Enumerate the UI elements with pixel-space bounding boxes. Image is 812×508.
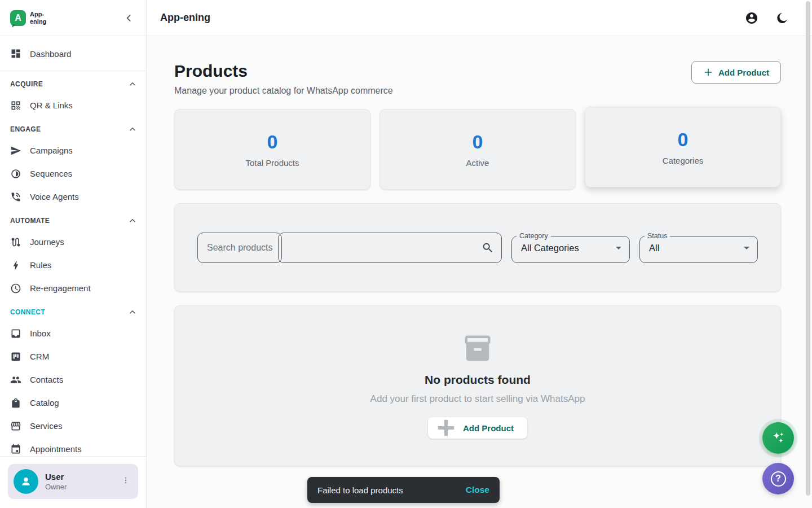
sidebar-section-engage[interactable]: ENGAGE bbox=[0, 120, 146, 139]
filter-bar: Category All Categories Status All bbox=[174, 203, 781, 292]
question-mark-icon bbox=[771, 471, 786, 487]
send-icon bbox=[10, 145, 21, 156]
status-select[interactable]: Status All bbox=[639, 233, 758, 263]
sidebar-item-crm[interactable]: CRM bbox=[0, 345, 146, 368]
stat-label: Categories bbox=[663, 156, 704, 165]
sidebar-item-dashboard[interactable]: Dashboard bbox=[0, 42, 146, 65]
top-header: App-ening bbox=[147, 0, 812, 36]
chevron-up-icon bbox=[128, 80, 137, 89]
page-title: Products bbox=[174, 61, 393, 81]
sidebar-item-journeys[interactable]: Journeys bbox=[0, 230, 146, 253]
dark-mode-icon[interactable] bbox=[775, 11, 789, 25]
sidebar-item-catalog[interactable]: Catalog bbox=[0, 391, 146, 414]
add-product-button[interactable]: Add Product bbox=[691, 61, 781, 84]
sidebar-item-label: Services bbox=[30, 421, 63, 431]
brand-logo: A App- ening bbox=[10, 10, 46, 26]
chevron-left-icon bbox=[123, 12, 135, 24]
storefront-icon bbox=[10, 421, 21, 432]
route-icon bbox=[10, 237, 21, 248]
sidebar-item-rules[interactable]: Rules bbox=[0, 253, 146, 277]
sidebar-item-label: Inbox bbox=[30, 329, 51, 338]
dropdown-caret-icon bbox=[612, 241, 625, 255]
search-input[interactable] bbox=[197, 233, 502, 263]
sidebar-item-appointments[interactable]: Appointments bbox=[0, 437, 146, 456]
sidebar-divider bbox=[0, 71, 146, 71]
sidebar-item-label: Campaigns bbox=[30, 146, 73, 155]
sidebar-item-label: Voice Agents bbox=[30, 192, 79, 202]
sidebar-item-inbox[interactable]: Inbox bbox=[0, 322, 146, 345]
brand-logo-text: App- ening bbox=[30, 11, 46, 24]
clock-icon bbox=[10, 283, 21, 294]
sidebar-header: A App- ening bbox=[0, 0, 146, 36]
dropdown-caret-icon bbox=[740, 241, 753, 255]
ai-assistant-fab[interactable] bbox=[762, 422, 794, 454]
section-label: AUTOMATE bbox=[10, 217, 50, 225]
empty-state-title: No products found bbox=[425, 373, 531, 387]
chevron-up-icon bbox=[128, 308, 137, 317]
sidebar-section-acquire[interactable]: ACQUIRE bbox=[0, 75, 146, 94]
sidebar-item-label: Rules bbox=[30, 260, 51, 270]
sidebar-item-label: Catalog bbox=[30, 398, 59, 408]
user-meta: User Owner bbox=[45, 472, 119, 491]
stat-card-active: 0 Active bbox=[379, 109, 576, 190]
page-head: Products Manage your product catalog for… bbox=[174, 61, 781, 96]
user-menu-button[interactable] bbox=[119, 474, 133, 489]
sidebar: A App- ening Dashboard ACQUIRE bbox=[0, 0, 147, 508]
empty-add-product-button[interactable]: Add Product bbox=[428, 417, 527, 439]
sidebar-item-qr-links[interactable]: QR & Links bbox=[0, 94, 146, 117]
stat-card-total-products: 0 Total Products bbox=[174, 109, 370, 190]
qr-code-icon bbox=[10, 100, 21, 111]
brand-logo-line1: App- bbox=[30, 11, 46, 17]
sidebar-collapse-button[interactable] bbox=[121, 10, 137, 26]
page-head-text: Products Manage your product catalog for… bbox=[174, 61, 393, 96]
stat-value: 0 bbox=[267, 131, 278, 153]
kanban-icon bbox=[10, 351, 21, 362]
stat-value: 0 bbox=[678, 129, 689, 151]
sidebar-footer: User Owner bbox=[0, 456, 146, 508]
plus-icon bbox=[436, 418, 456, 438]
sidebar-item-label: Dashboard bbox=[30, 49, 71, 59]
sidebar-item-voice-agents[interactable]: Voice Agents bbox=[0, 185, 146, 208]
page-subtitle: Manage your product catalog for WhatsApp… bbox=[174, 86, 393, 96]
toast-message: Failed to load products bbox=[317, 485, 466, 495]
stat-card-categories: 0 Categories bbox=[585, 107, 781, 187]
stat-label: Active bbox=[466, 158, 489, 168]
sidebar-item-label: QR & Links bbox=[30, 100, 73, 110]
person-icon bbox=[19, 474, 33, 489]
add-product-label: Add Product bbox=[718, 68, 769, 77]
user-card[interactable]: User Owner bbox=[8, 464, 138, 499]
search-field bbox=[197, 233, 502, 263]
category-label: Category bbox=[517, 233, 551, 240]
sidebar-item-services[interactable]: Services bbox=[0, 414, 146, 437]
app-title: App-ening bbox=[160, 12, 745, 24]
sidebar-section-connect[interactable]: CONNECT bbox=[0, 303, 146, 322]
sidebar-item-sequences[interactable]: Sequences bbox=[0, 162, 146, 185]
sidebar-item-campaigns[interactable]: Campaigns bbox=[0, 139, 146, 162]
sidebar-section-automate[interactable]: AUTOMATE bbox=[0, 211, 146, 230]
scrollbar[interactable] bbox=[806, 1, 810, 496]
help-fab[interactable] bbox=[762, 463, 794, 494]
calendar-icon bbox=[10, 444, 21, 455]
bolt-icon bbox=[10, 260, 21, 271]
avatar bbox=[14, 469, 38, 494]
app-window: A App- ening Dashboard ACQUIRE bbox=[0, 0, 812, 508]
sparkles-icon bbox=[770, 430, 787, 446]
sidebar-item-contacts[interactable]: Contacts bbox=[0, 368, 146, 391]
account-icon[interactable] bbox=[745, 11, 758, 25]
inventory-box-icon bbox=[462, 333, 493, 364]
sidebar-nav: Dashboard ACQUIRE QR & Links ENGAGE Camp… bbox=[0, 36, 146, 456]
brand-logo-letter: A bbox=[15, 13, 21, 23]
sidebar-item-re-engagement[interactable]: Re-engagement bbox=[0, 277, 146, 300]
section-label: ACQUIRE bbox=[10, 80, 43, 88]
user-role: Owner bbox=[45, 483, 119, 491]
category-select[interactable]: Category All Categories bbox=[511, 233, 630, 263]
empty-state-subtitle: Add your first product to start selling … bbox=[370, 393, 585, 405]
status-label: Status bbox=[645, 233, 670, 240]
brand-logo-line2: ening bbox=[30, 18, 46, 25]
toast-close-button[interactable]: Close bbox=[466, 485, 489, 495]
main-area: App-ening Products Manage your product c… bbox=[147, 0, 812, 508]
plus-icon bbox=[703, 67, 713, 77]
half-circle-icon bbox=[10, 168, 21, 179]
stat-label: Total Products bbox=[245, 158, 299, 168]
brand-logo-icon: A bbox=[10, 10, 26, 26]
